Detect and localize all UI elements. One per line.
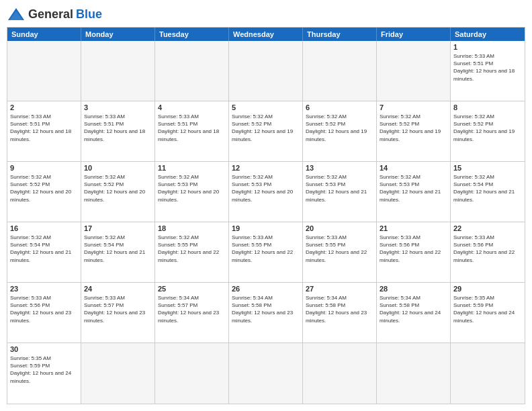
day-header-tuesday: Tuesday [155,28,229,41]
cell-info: Sunrise: 5:33 AMSunset: 5:56 PMDaylight:… [380,234,447,264]
day-number: 17 [84,224,152,232]
day-cell-13: 13 Sunrise: 5:32 AMSunset: 5:53 PMDaylig… [303,162,377,222]
cell-info: Sunrise: 5:33 AMSunset: 5:55 PMDaylight:… [232,234,300,264]
day-number: 16 [10,224,78,232]
day-number: 13 [306,164,373,172]
day-number: 3 [84,103,152,111]
page: General Blue SundayMondayTuesdayWednesda… [0,0,532,411]
cell-info: Sunrise: 5:32 AMSunset: 5:52 PMDaylight:… [453,113,522,143]
cell-info: Sunrise: 5:32 AMSunset: 5:54 PMDaylight:… [84,234,152,264]
cell-info: Sunrise: 5:32 AMSunset: 5:53 PMDaylight:… [158,173,226,203]
day-cell-12: 12 Sunrise: 5:32 AMSunset: 5:53 PMDaylig… [229,162,303,222]
cell-info: Sunrise: 5:33 AMSunset: 5:57 PMDaylight:… [84,294,152,324]
logo: General Blue [7,7,102,21]
day-headers: SundayMondayTuesdayWednesdayThursdayFrid… [7,28,525,41]
cell-info: Sunrise: 5:34 AMSunset: 5:58 PMDaylight:… [380,294,447,324]
day-number: 5 [232,103,300,111]
empty-cell [303,41,377,101]
day-number: 30 [10,345,78,353]
day-number: 22 [453,224,522,232]
day-cell-25: 25 Sunrise: 5:34 AMSunset: 5:57 PMDaylig… [155,283,229,343]
day-header-wednesday: Wednesday [229,28,303,41]
cell-info: Sunrise: 5:32 AMSunset: 5:53 PMDaylight:… [306,173,373,203]
cell-info: Sunrise: 5:32 AMSunset: 5:52 PMDaylight:… [380,113,447,143]
day-cell-27: 27 Sunrise: 5:34 AMSunset: 5:58 PMDaylig… [303,283,377,343]
day-number: 25 [158,285,226,293]
day-number: 21 [380,224,447,232]
day-cell-9: 9 Sunrise: 5:32 AMSunset: 5:52 PMDayligh… [7,162,81,222]
day-number: 11 [158,164,226,172]
logo-general: General [28,7,73,21]
day-cell-14: 14 Sunrise: 5:32 AMSunset: 5:53 PMDaylig… [377,162,451,222]
day-header-sunday: Sunday [7,28,81,41]
day-number: 24 [84,285,152,293]
day-number: 10 [84,164,152,172]
cell-info: Sunrise: 5:33 AMSunset: 5:56 PMDaylight:… [453,234,522,264]
empty-cell [155,41,229,101]
day-cell-15: 15 Sunrise: 5:32 AMSunset: 5:54 PMDaylig… [451,162,525,222]
day-number: 4 [158,103,226,111]
cell-info: Sunrise: 5:34 AMSunset: 5:58 PMDaylight:… [306,294,373,324]
cell-info: Sunrise: 5:34 AMSunset: 5:57 PMDaylight:… [158,294,226,324]
day-number: 8 [453,103,522,111]
day-number: 2 [10,103,78,111]
empty-cell [229,343,303,404]
cell-info: Sunrise: 5:35 AMSunset: 5:59 PMDaylight:… [453,294,522,324]
day-header-thursday: Thursday [303,28,377,41]
day-cell-21: 21 Sunrise: 5:33 AMSunset: 5:56 PMDaylig… [377,222,451,283]
cell-info: Sunrise: 5:32 AMSunset: 5:54 PMDaylight:… [453,173,522,203]
day-cell-16: 16 Sunrise: 5:32 AMSunset: 5:54 PMDaylig… [7,222,81,283]
day-cell-17: 17 Sunrise: 5:32 AMSunset: 5:54 PMDaylig… [81,222,155,283]
day-number: 7 [380,103,447,111]
cell-info: Sunrise: 5:33 AMSunset: 5:51 PMDaylight:… [158,113,226,143]
day-cell-22: 22 Sunrise: 5:33 AMSunset: 5:56 PMDaylig… [451,222,525,283]
day-header-monday: Monday [81,28,155,41]
empty-cell [81,41,155,101]
cell-info: Sunrise: 5:33 AMSunset: 5:56 PMDaylight:… [10,294,78,324]
day-cell-6: 6 Sunrise: 5:32 AMSunset: 5:52 PMDayligh… [303,101,377,162]
day-number: 18 [158,224,226,232]
day-number: 29 [453,285,522,293]
empty-cell [7,41,81,101]
day-number: 23 [10,285,78,293]
cell-info: Sunrise: 5:32 AMSunset: 5:52 PMDaylight:… [306,113,373,143]
cell-info: Sunrise: 5:33 AMSunset: 5:51 PMDaylight:… [453,52,522,83]
cell-info: Sunrise: 5:33 AMSunset: 5:55 PMDaylight:… [306,234,373,264]
day-cell-1: 1 Sunrise: 5:33 AMSunset: 5:51 PMDayligh… [451,41,525,101]
empty-cell [377,343,451,404]
day-number: 1 [453,43,522,51]
day-number: 20 [306,224,373,232]
day-cell-11: 11 Sunrise: 5:32 AMSunset: 5:53 PMDaylig… [155,162,229,222]
cell-info: Sunrise: 5:33 AMSunset: 5:51 PMDaylight:… [84,113,152,143]
cell-info: Sunrise: 5:32 AMSunset: 5:53 PMDaylight:… [380,173,447,203]
day-cell-5: 5 Sunrise: 5:32 AMSunset: 5:52 PMDayligh… [229,101,303,162]
cell-info: Sunrise: 5:32 AMSunset: 5:53 PMDaylight:… [232,173,300,203]
empty-cell [81,343,155,404]
day-cell-19: 19 Sunrise: 5:33 AMSunset: 5:55 PMDaylig… [229,222,303,283]
empty-cell [303,343,377,404]
day-cell-23: 23 Sunrise: 5:33 AMSunset: 5:56 PMDaylig… [7,283,81,343]
day-header-friday: Friday [377,28,451,41]
day-cell-28: 28 Sunrise: 5:34 AMSunset: 5:58 PMDaylig… [377,283,451,343]
day-cell-3: 3 Sunrise: 5:33 AMSunset: 5:51 PMDayligh… [81,101,155,162]
cell-info: Sunrise: 5:35 AMSunset: 5:59 PMDaylight:… [10,355,78,385]
day-number: 19 [232,224,300,232]
cell-info: Sunrise: 5:33 AMSunset: 5:51 PMDaylight:… [10,113,78,143]
day-cell-20: 20 Sunrise: 5:33 AMSunset: 5:55 PMDaylig… [303,222,377,283]
empty-cell [155,343,229,404]
day-number: 26 [232,285,300,293]
day-cell-10: 10 Sunrise: 5:32 AMSunset: 5:52 PMDaylig… [81,162,155,222]
day-cell-24: 24 Sunrise: 5:33 AMSunset: 5:57 PMDaylig… [81,283,155,343]
day-cell-7: 7 Sunrise: 5:32 AMSunset: 5:52 PMDayligh… [377,101,451,162]
day-number: 9 [10,164,78,172]
day-number: 12 [232,164,300,172]
day-number: 28 [380,285,447,293]
logo-icon [7,7,26,21]
day-number: 15 [453,164,522,172]
empty-cell [229,41,303,101]
cell-info: Sunrise: 5:32 AMSunset: 5:52 PMDaylight:… [10,173,78,203]
empty-cell [451,343,525,404]
day-cell-18: 18 Sunrise: 5:32 AMSunset: 5:55 PMDaylig… [155,222,229,283]
logo-blue: Blue [76,7,102,21]
cell-info: Sunrise: 5:32 AMSunset: 5:52 PMDaylight:… [232,113,300,143]
